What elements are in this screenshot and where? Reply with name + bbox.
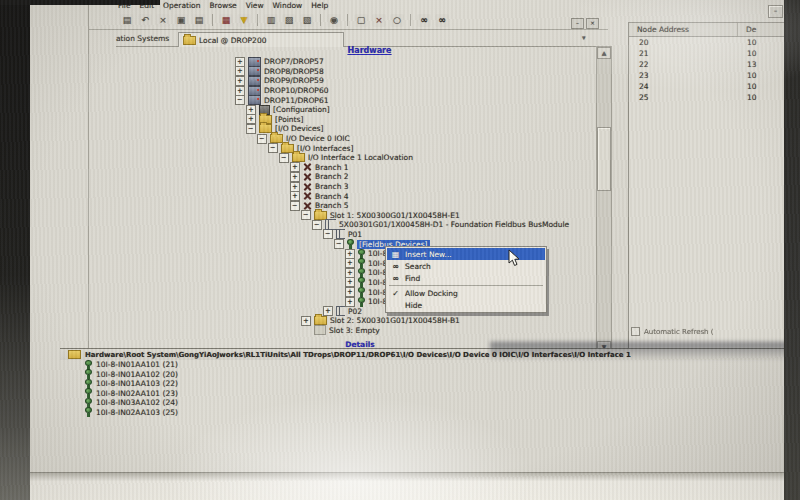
expand-plus-icon[interactable]: + <box>290 162 300 172</box>
collapse-minus-icon[interactable]: − <box>290 201 300 211</box>
tree-node-label[interactable]: DROP8/DROP58 <box>264 67 324 76</box>
table-row[interactable]: 2410 <box>629 81 800 92</box>
menu-browse[interactable]: Browse <box>209 1 236 10</box>
list-item[interactable]: 10I-8-IN03AA102 (24) <box>60 398 800 408</box>
expand-plus-icon[interactable]: + <box>345 249 355 259</box>
close-button[interactable]: × <box>586 18 599 29</box>
menu-operation[interactable]: Operation <box>163 1 200 10</box>
tree-node-label[interactable]: I/O Device 0 IOIC <box>286 134 350 143</box>
tree-node-label[interactable]: [I/O Interfaces] <box>297 144 353 153</box>
collapse-minus-icon[interactable]: − <box>279 153 289 163</box>
tree-node-label[interactable]: P01 <box>348 230 362 239</box>
undo-icon[interactable]: ↶ <box>138 14 152 27</box>
export-icon[interactable]: ▨ <box>282 14 296 27</box>
tree-node-label[interactable]: Slot 1: 5X00300G01/1X00458H-E1 <box>330 211 460 220</box>
table-row[interactable]: 2010 <box>629 37 800 48</box>
scroll-up-icon[interactable]: ▲ <box>597 47 611 59</box>
table-row[interactable]: 2310 <box>629 70 800 81</box>
minimize-button[interactable]: – <box>768 5 783 18</box>
tree-node-label[interactable]: DROP7/DROP57 <box>264 57 324 66</box>
expand-plus-icon[interactable]: + <box>290 182 300 192</box>
expand-plus-icon[interactable]: + <box>301 316 311 326</box>
list-item[interactable]: 10I-8-IN02AA103 (25) <box>60 408 800 418</box>
copy-icon[interactable]: ▣ <box>174 14 188 27</box>
filter-icon[interactable]: ▼ <box>237 14 251 27</box>
tree-node-label[interactable]: P02 <box>348 307 362 316</box>
tab-local-drop[interactable]: Local @ DROP200 <box>178 32 344 47</box>
expand-plus-icon[interactable]: + <box>345 277 355 287</box>
list-item[interactable]: 10I-8-IN01AA102 (20) <box>60 370 800 380</box>
menu-item-search[interactable]: ∞Search <box>387 260 545 272</box>
tree-node-label[interactable]: Branch 4 <box>315 192 349 201</box>
tree-node-label[interactable]: I/O Interface 1 LocalOvation <box>308 153 413 162</box>
menu-item-label: Insert New... <box>405 250 452 259</box>
scrollbar-thumb[interactable] <box>597 127 611 191</box>
refresh-icon[interactable]: ○ <box>390 14 404 27</box>
collapse-minus-icon[interactable]: − <box>323 229 333 239</box>
tree-node-label[interactable]: DROP11/DROP61 <box>264 96 328 105</box>
printer-icon[interactable]: ▤ <box>120 14 134 27</box>
tree-node-label[interactable]: DROP9/DROP59 <box>264 76 324 85</box>
select-icon[interactable]: ▢ <box>354 14 368 27</box>
collapse-minus-icon[interactable]: − <box>235 95 245 105</box>
tree-row: +Branch 2 <box>125 172 614 182</box>
menu-help[interactable]: Help <box>311 1 328 10</box>
menu-window[interactable]: Window <box>273 1 303 10</box>
expand-plus-icon[interactable]: + <box>345 297 355 307</box>
menu-item-allow-docking[interactable]: ✓Allow Docking <box>387 287 545 299</box>
tab-overflow-chevron-icon[interactable]: ▾ <box>582 34 586 42</box>
duplicate-icon[interactable]: ▧ <box>300 14 314 27</box>
tree-node-label[interactable]: DROP10/DROP60 <box>264 86 328 95</box>
expand-plus-icon[interactable]: + <box>323 306 333 316</box>
cut-icon[interactable]: × <box>156 14 170 27</box>
expand-plus-icon[interactable]: + <box>345 268 355 278</box>
expand-plus-icon[interactable]: + <box>235 57 245 67</box>
expand-plus-icon[interactable]: + <box>235 76 245 86</box>
collapse-minus-icon[interactable]: − <box>334 239 344 249</box>
expand-plus-icon[interactable]: + <box>246 114 256 124</box>
tree-node-label[interactable]: [Points] <box>275 115 303 124</box>
auto-refresh-checkbox[interactable] <box>631 327 640 336</box>
tree-node-label[interactable]: [I/O Devices] <box>275 124 323 133</box>
camera-icon[interactable]: ◉ <box>327 14 341 27</box>
list-item[interactable]: 10I-8-IN01AA103 (22) <box>60 379 800 389</box>
tree-node-label[interactable]: Branch 3 <box>315 182 349 191</box>
tree-node-label[interactable]: 5X00301G01/1X00458H-D1 - Foundation Fiel… <box>339 220 569 229</box>
expand-plus-icon[interactable]: + <box>235 86 245 96</box>
minimize-button[interactable]: – <box>571 18 584 29</box>
menu-item-insert-new[interactable]: ▦Insert New... <box>387 248 545 260</box>
tree-scrollbar[interactable]: ▲ ▼ <box>596 46 612 354</box>
tree-node-label[interactable]: [Configuration] <box>273 105 330 114</box>
tree-node-label[interactable]: Branch 1 <box>315 163 349 172</box>
table-row[interactable]: 2510 <box>629 92 800 103</box>
menu-view[interactable]: View <box>246 1 264 10</box>
column-node-address[interactable]: Node Address <box>629 23 738 36</box>
collapse-minus-icon[interactable]: − <box>301 210 311 220</box>
collapse-minus-icon[interactable]: − <box>312 220 322 230</box>
delete-icon[interactable]: × <box>372 14 386 27</box>
collapse-minus-icon[interactable]: − <box>268 143 278 153</box>
expand-plus-icon[interactable]: + <box>345 258 355 268</box>
dock-device-list: 10I-8-IN01AA101 (21)10I-8-IN01AA102 (20)… <box>60 360 800 417</box>
table-row[interactable]: 2110 <box>629 48 800 59</box>
tree-node-label[interactable]: Slot 2: 5X00301G01/1X00458H-B1 <box>330 316 460 325</box>
expand-plus-icon[interactable]: + <box>235 66 245 76</box>
collapse-minus-icon[interactable]: − <box>246 124 256 134</box>
color-grid-icon[interactable]: ▦ <box>219 14 233 27</box>
paste-icon[interactable]: ▤ <box>192 14 206 27</box>
menu-item-hide[interactable]: Hide <box>387 299 545 311</box>
collapse-minus-icon[interactable]: − <box>257 134 267 144</box>
find-binoculars-icon[interactable]: ∞ <box>417 14 431 27</box>
menu-item-find[interactable]: ∞Find <box>387 272 545 284</box>
table-row[interactable]: 2213 <box>629 59 800 70</box>
expand-plus-icon[interactable]: + <box>345 287 355 297</box>
tree-node-label[interactable]: Branch 2 <box>315 172 349 181</box>
search-binoculars-icon[interactable]: ∞ <box>435 14 449 27</box>
column-device[interactable]: De <box>738 25 756 34</box>
expand-plus-icon[interactable]: + <box>246 105 256 115</box>
expand-plus-icon[interactable]: + <box>290 172 300 182</box>
import-icon[interactable]: ▥ <box>264 14 278 27</box>
expand-plus-icon[interactable]: + <box>290 191 300 201</box>
list-item[interactable]: 10I-8-IN02AA101 (23) <box>60 389 800 399</box>
list-item[interactable]: 10I-8-IN01AA101 (21) <box>60 360 800 370</box>
